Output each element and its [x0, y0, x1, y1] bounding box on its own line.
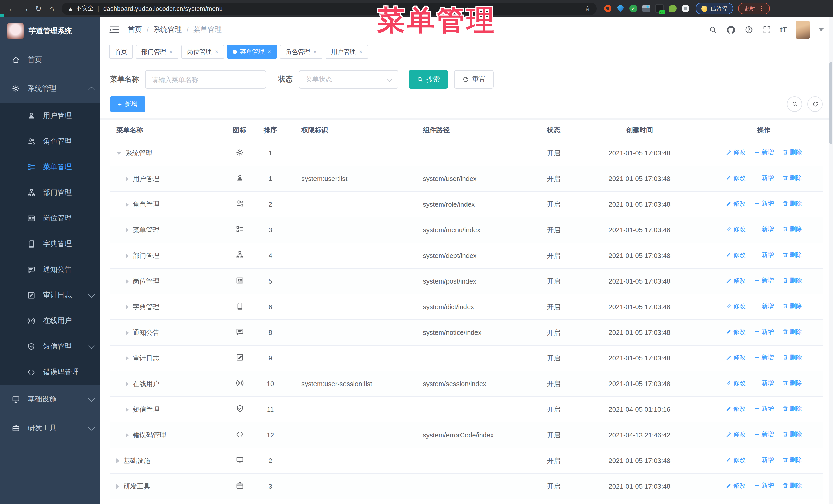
- expand-caret-right-icon[interactable]: [125, 253, 129, 258]
- edit-link[interactable]: 修改: [725, 328, 745, 336]
- delete-link[interactable]: 删除: [782, 277, 802, 285]
- tab-部门管理[interactable]: 部门管理×: [136, 45, 178, 59]
- add-link[interactable]: 新增: [754, 379, 774, 388]
- user-avatar[interactable]: [795, 21, 810, 39]
- tab-首页[interactable]: 首页: [109, 45, 133, 59]
- add-link[interactable]: 新增: [754, 430, 774, 439]
- puzzle-ext-icon[interactable]: [682, 5, 689, 12]
- security-warning[interactable]: ▲ 不安全: [68, 5, 94, 12]
- sidebar-item-notice[interactable]: 通知公告: [0, 257, 100, 283]
- close-icon[interactable]: ×: [359, 49, 362, 55]
- add-button[interactable]: + 新增: [110, 96, 145, 112]
- sidebar-item-audit[interactable]: 审计日志: [0, 283, 100, 308]
- sidebar-item-infra[interactable]: 基础设施: [0, 385, 100, 414]
- edit-link[interactable]: 修改: [725, 430, 745, 439]
- ubuntu-ring-icon[interactable]: [604, 5, 612, 12]
- expand-caret-right-icon[interactable]: [125, 356, 129, 361]
- delete-link[interactable]: 删除: [782, 174, 802, 183]
- edit-link[interactable]: 修改: [725, 148, 745, 157]
- delete-link[interactable]: 删除: [782, 405, 802, 413]
- breadcrumb-item[interactable]: 首页: [128, 25, 142, 34]
- sidebar-item-user[interactable]: 用户管理: [0, 103, 100, 129]
- delete-link[interactable]: 删除: [782, 456, 802, 464]
- edit-link[interactable]: 修改: [725, 225, 745, 234]
- add-link[interactable]: 新增: [754, 302, 774, 311]
- update-button[interactable]: 更新 ⋮: [738, 3, 770, 14]
- expand-caret-right-icon[interactable]: [125, 432, 129, 438]
- address-bar[interactable]: ▲ 不安全 | dashboard.yudao.iocoder.cn/syste…: [62, 2, 597, 15]
- refresh-table-button[interactable]: [807, 96, 823, 112]
- delete-link[interactable]: 删除: [782, 225, 802, 234]
- page-scrollbar[interactable]: [829, 17, 833, 504]
- leaf-ext-icon[interactable]: [669, 5, 677, 12]
- expand-caret-right-icon[interactable]: [125, 381, 129, 386]
- delete-link[interactable]: 删除: [782, 328, 802, 336]
- close-icon[interactable]: ×: [169, 49, 173, 55]
- search-icon[interactable]: [709, 25, 718, 34]
- sidebar-item-dept[interactable]: 部门管理: [0, 180, 100, 206]
- expand-caret-right-icon[interactable]: [125, 330, 129, 335]
- edit-link[interactable]: 修改: [725, 405, 745, 413]
- status-select[interactable]: 菜单状态: [299, 70, 398, 89]
- edit-link[interactable]: 修改: [725, 456, 745, 464]
- github-icon[interactable]: [727, 25, 736, 34]
- delete-link[interactable]: 删除: [782, 353, 802, 362]
- scrollbar-thumb[interactable]: [829, 62, 832, 144]
- edit-link[interactable]: 修改: [725, 174, 745, 183]
- edit-link[interactable]: 修改: [725, 251, 745, 259]
- expand-caret-right-icon[interactable]: [125, 176, 129, 181]
- close-icon[interactable]: ×: [268, 49, 271, 55]
- add-link[interactable]: 新增: [754, 199, 774, 208]
- expand-caret-right-icon[interactable]: [125, 202, 129, 207]
- add-link[interactable]: 新增: [754, 174, 774, 183]
- avatar-caret-icon[interactable]: [819, 28, 824, 31]
- add-link[interactable]: 新增: [754, 328, 774, 336]
- expand-caret-right-icon[interactable]: [125, 227, 129, 233]
- green-check-icon[interactable]: [629, 5, 637, 12]
- add-link[interactable]: 新增: [754, 353, 774, 362]
- delete-link[interactable]: 删除: [782, 379, 802, 388]
- expand-caret-down-icon[interactable]: [116, 151, 121, 154]
- tab-用户管理[interactable]: 用户管理×: [326, 45, 368, 59]
- breadcrumb-item[interactable]: 系统管理: [153, 25, 182, 34]
- back-icon[interactable]: ←: [5, 4, 19, 13]
- edit-link[interactable]: 修改: [725, 302, 745, 311]
- help-icon[interactable]: [744, 25, 754, 34]
- reload-icon[interactable]: ↻: [32, 4, 45, 13]
- sidebar-item-home[interactable]: 首页: [0, 46, 100, 74]
- add-link[interactable]: 新增: [754, 148, 774, 157]
- menu-dots-icon[interactable]: ⋮: [759, 5, 764, 12]
- sidebar-item-errorcode[interactable]: 错误码管理: [0, 359, 100, 385]
- sidebar-item-role[interactable]: 角色管理: [0, 129, 100, 154]
- delete-link[interactable]: 删除: [782, 481, 802, 490]
- sidebar-item-system[interactable]: 系统管理: [0, 74, 100, 103]
- sidebar-item-dict[interactable]: 字典管理: [0, 231, 100, 257]
- delete-link[interactable]: 删除: [782, 302, 802, 311]
- add-link[interactable]: 新增: [754, 277, 774, 285]
- sidebar-logo[interactable]: 芋道管理系统: [0, 17, 100, 46]
- search-button[interactable]: 搜索: [408, 70, 448, 89]
- fullscreen-icon[interactable]: [762, 25, 771, 34]
- hamburger-icon[interactable]: [109, 26, 119, 34]
- reset-button[interactable]: 重置: [454, 70, 494, 89]
- sidebar-item-post[interactable]: 岗位管理: [0, 206, 100, 231]
- expand-caret-right-icon[interactable]: [116, 484, 119, 489]
- grid-widget-icon[interactable]: [642, 5, 650, 12]
- close-icon[interactable]: ×: [215, 49, 218, 55]
- home-icon[interactable]: ⌂: [45, 4, 58, 13]
- sidebar-item-devtool[interactable]: 研发工具: [0, 414, 100, 442]
- add-link[interactable]: 新增: [754, 456, 774, 464]
- font-size-icon[interactable]: tT: [780, 26, 787, 34]
- bookmark-star-icon[interactable]: ☆: [585, 5, 591, 12]
- tab-菜单管理[interactable]: 菜单管理×: [227, 45, 277, 59]
- paused-badge[interactable]: 已暂停: [696, 3, 733, 14]
- show-search-button[interactable]: [787, 96, 802, 112]
- add-link[interactable]: 新增: [754, 405, 774, 413]
- tab-岗位管理[interactable]: 岗位管理×: [182, 45, 224, 59]
- edit-link[interactable]: 修改: [725, 353, 745, 362]
- delete-link[interactable]: 删除: [782, 430, 802, 439]
- edit-link[interactable]: 修改: [725, 199, 745, 208]
- expand-caret-right-icon[interactable]: [125, 279, 129, 284]
- close-icon[interactable]: ×: [313, 49, 317, 55]
- sidebar-item-online[interactable]: 在线用户: [0, 308, 100, 334]
